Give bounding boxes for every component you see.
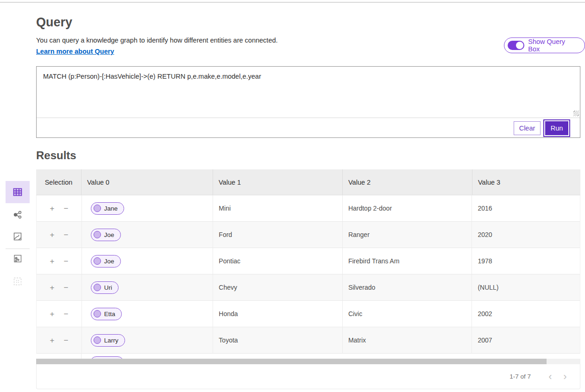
map-link-chart-icon (12, 253, 23, 264)
value3-cell: 2002 (472, 301, 580, 327)
page-description: You can query a knowledge graph to ident… (36, 37, 278, 44)
table-header-row: Selection Value 0 Value 1 Value 2 Value … (36, 169, 580, 195)
remove-from-selection-button[interactable]: − (63, 309, 69, 319)
value2-cell: Civic (343, 301, 472, 327)
selection-cell: + − (37, 327, 82, 353)
table-row: + − Jane Mini Hardtop 2-door 2016 (37, 195, 580, 222)
entity-pill[interactable]: Joe (91, 229, 121, 241)
chevron-left-icon[interactable]: ‹ (543, 372, 558, 382)
selection-cell: + − (37, 222, 82, 248)
entity-cell: Uri (82, 274, 214, 300)
value3-cell: 2020 (472, 222, 580, 248)
sidebar-item-layout-view-disabled (6, 273, 30, 290)
table-row: + − Larry Toyota Matrix 2007 (37, 327, 580, 354)
sidebar-item-map-view[interactable] (6, 228, 30, 245)
sidebar-item-table-view[interactable] (6, 181, 30, 203)
entity-cell: Etta (82, 301, 214, 327)
remove-from-selection-button[interactable]: − (63, 336, 69, 345)
value2-cell: Silverado (343, 274, 472, 300)
add-to-selection-button[interactable]: + (49, 204, 55, 213)
column-header-selection[interactable]: Selection (36, 169, 82, 195)
entity-pill[interactable]: Etta (91, 308, 122, 320)
add-to-selection-button[interactable]: + (49, 283, 55, 292)
value3-cell: 2016 (472, 195, 580, 221)
value2-cell: Ranger (343, 222, 472, 248)
entity-cell: Jane (82, 195, 214, 221)
value3-cell: 2007 (472, 327, 580, 353)
add-to-selection-button[interactable]: + (49, 230, 55, 240)
resize-handle-icon[interactable] (573, 111, 579, 116)
table-row: + − Joe Pontiac Firebird Trans Am 1978 (37, 248, 580, 274)
entity-cell: Larry (82, 327, 214, 353)
partial-selection-cell (36, 354, 82, 359)
query-box-footer: Clear Run (37, 118, 580, 138)
add-to-selection-button[interactable]: + (49, 336, 55, 345)
selection-cell: + − (37, 195, 82, 221)
layout-disabled-icon (12, 276, 23, 287)
column-header-value0[interactable]: Value 0 (82, 169, 213, 195)
value2-cell: Hardtop 2-door (343, 195, 472, 221)
add-to-selection-button[interactable]: + (49, 256, 55, 266)
toggle-knob (516, 42, 523, 49)
remove-from-selection-button[interactable]: − (63, 230, 69, 240)
results-footer: 1-7 of 7 ‹ › (36, 364, 580, 389)
page-title: Query (36, 15, 72, 30)
entity-name: Larry (104, 337, 119, 344)
value3-cell: (NULL) (472, 274, 580, 300)
remove-from-selection-button[interactable]: − (63, 204, 69, 213)
column-header-value2[interactable]: Value 2 (343, 169, 472, 195)
column-header-value3[interactable]: Value 3 (472, 169, 580, 195)
results-title: Results (36, 149, 76, 162)
value1-cell: Ford (213, 222, 343, 248)
table-body: + − Jane Mini Hardtop 2-door 2016 + − Jo… (36, 195, 580, 354)
query-text: MATCH (p:Person)-[:HasVehicle]->(e) RETU… (37, 67, 580, 86)
pagination-range-label: 1-7 of 7 (510, 373, 531, 380)
results-table-icon (12, 187, 23, 198)
entity-pill[interactable]: Larry (91, 334, 125, 347)
add-to-selection-button[interactable]: + (49, 309, 55, 319)
sidebar-item-link-chart-view[interactable] (6, 206, 30, 223)
entity-name: Joe (104, 258, 114, 265)
value2-cell: Matrix (343, 327, 472, 353)
link-chart-icon (12, 209, 23, 220)
toggle-label: Show Query Box (528, 38, 578, 53)
entity-node-icon (94, 284, 101, 291)
toggle-switch-icon[interactable] (508, 41, 524, 50)
query-textarea[interactable]: MATCH (p:Person)-[:HasVehicle]->(e) RETU… (37, 67, 580, 118)
table-row: + − Etta Honda Civic 2002 (37, 301, 580, 327)
sidebar-divider (6, 249, 30, 249)
results-table: Selection Value 0 Value 1 Value 2 Value … (36, 169, 580, 389)
entity-cell: Joe (82, 222, 214, 248)
column-header-value1[interactable]: Value 1 (213, 169, 343, 195)
run-button[interactable]: Run (545, 121, 568, 135)
chevron-right-icon[interactable]: › (558, 372, 572, 382)
value1-cell: Chevy (213, 274, 343, 300)
value2-cell: Firebird Trans Am (343, 248, 472, 274)
value3-cell: 1978 (472, 248, 580, 274)
entity-pill[interactable]: Jane (91, 202, 124, 215)
remove-from-selection-button[interactable]: − (63, 283, 69, 292)
entity-node-icon (94, 257, 101, 265)
entity-name: Jane (104, 205, 118, 212)
table-row: + − Uri Chevy Silverado (NULL) (37, 274, 580, 301)
entity-pill[interactable]: Uri (91, 281, 119, 294)
show-query-box-toggle[interactable]: Show Query Box (504, 37, 585, 53)
selection-cell: + − (37, 248, 82, 274)
entity-node-icon (94, 336, 101, 344)
learn-more-link[interactable]: Learn more about Query (36, 48, 114, 55)
entity-name: Etta (104, 311, 115, 317)
table-row: + − Joe Ford Ranger 2020 (37, 222, 580, 248)
clear-button[interactable]: Clear (514, 121, 541, 135)
map-icon (12, 231, 23, 242)
entity-name: Uri (104, 284, 112, 291)
scrollbar-thumb[interactable] (36, 359, 547, 364)
entity-cell: Joe (82, 248, 214, 274)
remove-from-selection-button[interactable]: − (63, 256, 69, 266)
sidebar-item-map-link-chart-view[interactable] (6, 250, 30, 267)
entity-node-icon (94, 231, 101, 238)
top-border-line (0, 2, 585, 3)
entity-node-icon (94, 205, 101, 212)
entity-pill[interactable]: Joe (91, 255, 121, 268)
horizontal-scrollbar[interactable] (36, 359, 580, 364)
value1-cell: Honda (213, 301, 343, 327)
